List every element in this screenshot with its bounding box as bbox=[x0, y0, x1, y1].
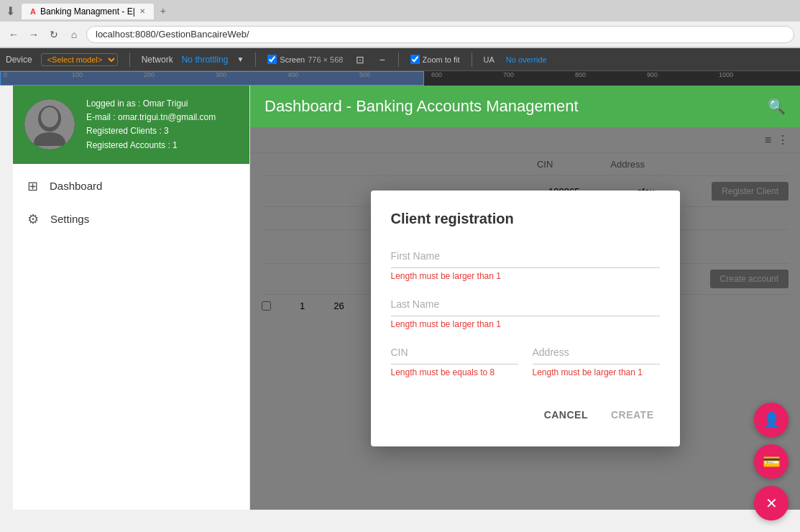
toolbar-separator-2 bbox=[255, 52, 256, 67]
sidebar-item-dashboard[interactable]: ⊞ Dashboard bbox=[13, 170, 249, 203]
network-label: Network bbox=[142, 55, 173, 65]
device-section: Device <Select model> bbox=[6, 53, 118, 66]
address-field: Length must be larger than 1 bbox=[533, 341, 660, 377]
add-card-fab[interactable]: 💳 bbox=[754, 444, 788, 479]
svg-point-2 bbox=[41, 107, 58, 127]
screen-checkbox-input[interactable] bbox=[267, 55, 277, 64]
modal-actions: CANCEL CREATE bbox=[391, 403, 660, 426]
ruler-0: 0 bbox=[4, 71, 7, 78]
create-button[interactable]: CREATE bbox=[605, 403, 660, 426]
ruler-1000: 1000 bbox=[719, 71, 733, 78]
first-name-field: Length must be larger than 1 bbox=[391, 244, 660, 281]
modal-overlay: Client registration Length must be large… bbox=[250, 127, 800, 510]
registered-clients-text: Registered Clients : 3 bbox=[86, 124, 216, 138]
cin-error: Length must be equals to 8 bbox=[391, 367, 518, 377]
avatar bbox=[24, 99, 75, 150]
toolbar-separator-4 bbox=[472, 52, 472, 67]
last-name-input[interactable] bbox=[391, 293, 660, 316]
sidebar-nav: ⊞ Dashboard ⚙ Settings bbox=[13, 164, 249, 510]
browser-back-icon: ⬇ bbox=[6, 4, 15, 18]
page-content: Logged in as : Omar Trigui E-mail : omar… bbox=[0, 86, 800, 510]
cin-input[interactable] bbox=[391, 341, 518, 364]
first-name-error: Length must be larger than 1 bbox=[391, 271, 660, 281]
ruler-200: 200 bbox=[144, 71, 155, 78]
ruler-800: 800 bbox=[575, 71, 586, 78]
device-select[interactable]: <Select model> bbox=[41, 53, 118, 66]
toolbar-separator-3 bbox=[398, 52, 399, 67]
settings-icon: ⚙ bbox=[27, 211, 39, 227]
url-text: localhost:8080/GestionBancaireWeb/ bbox=[96, 29, 249, 40]
zoom-checkbox-input[interactable] bbox=[410, 55, 420, 64]
browser-titlebar: ⬇ A Banking Managment - E| ✕ + bbox=[0, 0, 800, 22]
no-override-text: No override bbox=[506, 55, 547, 64]
close-fab[interactable]: ✕ bbox=[754, 486, 788, 520]
last-name-field: Length must be larger than 1 bbox=[391, 293, 660, 329]
card-icon: 💳 bbox=[763, 453, 781, 470]
first-name-input[interactable] bbox=[391, 244, 660, 268]
throttling-dropdown-arrow[interactable]: ▼ bbox=[236, 55, 244, 63]
screen-checkbox[interactable]: Screen 776 × 568 bbox=[267, 55, 343, 64]
device-label: Device bbox=[6, 55, 32, 65]
page-title: Dashboard - Banking Accounts Management bbox=[265, 97, 579, 116]
refresh-button[interactable]: ↻ bbox=[46, 27, 62, 42]
forward-button[interactable]: → bbox=[26, 27, 42, 42]
browser-tab[interactable]: A Banking Managment - E| ✕ bbox=[21, 3, 155, 19]
client-registration-modal: Client registration Length must be large… bbox=[371, 191, 680, 446]
fab-container: 👤 💳 ✕ bbox=[754, 403, 788, 520]
address-input[interactable] bbox=[533, 341, 660, 364]
devtools-toolbar: Device <Select model> Network No throttl… bbox=[0, 48, 800, 71]
ua-label: UA bbox=[484, 55, 495, 64]
rotate-button[interactable]: − bbox=[377, 52, 386, 67]
zoom-checkbox[interactable]: Zoom to fit bbox=[410, 55, 460, 64]
new-tab-icon[interactable]: + bbox=[160, 5, 166, 17]
modal-title: Client registration bbox=[391, 211, 660, 227]
back-button[interactable]: ← bbox=[6, 27, 22, 42]
cin-field: Length must be equals to 8 bbox=[391, 341, 518, 377]
timeline-bar: 0 100 200 300 400 500 600 700 800 900 10… bbox=[0, 71, 800, 86]
main-header: Dashboard - Banking Accounts Management … bbox=[250, 86, 800, 127]
dashboard-icon: ⊞ bbox=[27, 178, 38, 194]
ruler-600: 600 bbox=[431, 71, 442, 78]
cin-address-row: Length must be equals to 8 Length must b… bbox=[391, 341, 660, 389]
screen-label: Screen bbox=[280, 55, 305, 64]
table-area: ≡ ⋮ CIN Address 100865 sfax Register Cli… bbox=[250, 127, 800, 510]
toolbar-separator-1 bbox=[129, 52, 130, 67]
logged-in-text: Logged in as : Omar Trigui bbox=[86, 97, 216, 111]
avatar-image bbox=[32, 103, 68, 146]
close-icon: ✕ bbox=[765, 495, 778, 512]
screen-capture-button[interactable]: ⊡ bbox=[354, 52, 366, 67]
zoom-to-fit-label: Zoom to fit bbox=[423, 55, 460, 64]
tab-title: Banking Managment - E| bbox=[40, 6, 135, 17]
sidebar-user-info: Logged in as : Omar Trigui E-mail : omar… bbox=[86, 97, 216, 152]
search-icon[interactable]: 🔍 bbox=[768, 98, 786, 115]
timeline-ruler: 0 100 200 300 400 500 600 700 800 900 10… bbox=[0, 71, 800, 86]
home-button[interactable]: ⌂ bbox=[66, 27, 82, 42]
cancel-button[interactable]: CANCEL bbox=[538, 403, 594, 426]
ruler-100: 100 bbox=[72, 71, 83, 78]
browser-nav: ← → ↻ ⌂ localhost:8080/GestionBancaireWe… bbox=[0, 22, 800, 47]
main-content: Dashboard - Banking Accounts Management … bbox=[250, 86, 800, 510]
address-error: Length must be larger than 1 bbox=[533, 367, 660, 377]
tab-close-icon[interactable]: ✕ bbox=[139, 7, 145, 15]
add-client-fab[interactable]: 👤 bbox=[754, 403, 788, 437]
ruler-300: 300 bbox=[216, 71, 226, 78]
ruler-400: 400 bbox=[288, 71, 298, 78]
screen-dims: 776 × 568 bbox=[308, 55, 343, 64]
tab-favicon: A bbox=[30, 7, 36, 16]
ruler-900: 900 bbox=[647, 71, 658, 78]
sidebar-item-settings[interactable]: ⚙ Settings bbox=[13, 203, 249, 236]
svg-point-1 bbox=[34, 132, 65, 146]
add-icon: 👤 bbox=[763, 411, 781, 428]
registered-accounts-text: Registered Accounts : 1 bbox=[86, 139, 216, 152]
settings-label: Settings bbox=[50, 213, 89, 225]
email-text: E-mail : omar.trigui.tn@gmail.com bbox=[86, 111, 216, 124]
no-throttling-text: No throttling bbox=[182, 55, 229, 65]
ruler-700: 700 bbox=[503, 71, 514, 78]
browser-chrome: ⬇ A Banking Managment - E| ✕ + ← → ↻ ⌂ l… bbox=[0, 0, 800, 48]
last-name-error: Length must be larger than 1 bbox=[391, 319, 660, 329]
address-bar[interactable]: localhost:8080/GestionBancaireWeb/ bbox=[86, 26, 794, 43]
network-section: Network No throttling ▼ bbox=[142, 55, 244, 65]
ruler-500: 500 bbox=[359, 71, 370, 78]
dashboard-label: Dashboard bbox=[50, 180, 102, 192]
sidebar-header: Logged in as : Omar Trigui E-mail : omar… bbox=[13, 86, 249, 164]
